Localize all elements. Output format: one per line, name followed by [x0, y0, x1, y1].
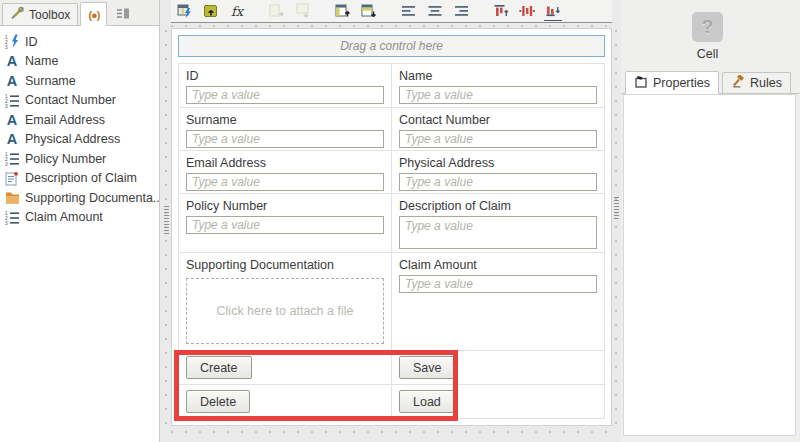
number-icon: 1 2 3 [4, 151, 20, 167]
context-browser-icon: (●) [88, 9, 99, 21]
field-item-label: Name [25, 54, 58, 68]
cell-policy-number[interactable]: Policy Number [179, 194, 392, 253]
drop-target[interactable]: Drag a control here [178, 35, 605, 57]
field-item-physical-address[interactable]: A Physical Address [2, 130, 159, 150]
insert-column-icon [268, 2, 286, 20]
generate-view-icon[interactable] [176, 2, 194, 20]
cell-save-button: Save [392, 351, 605, 385]
field-item-claim-amount[interactable]: 1 2 3 Claim Amount [2, 208, 159, 228]
field-item-id[interactable]: 1 2 3 ID [2, 32, 159, 52]
field-item-label: Physical Address [25, 132, 120, 146]
form-designer-app: Toolbox (●) 1 [0, 0, 800, 442]
load-button[interactable]: Load [399, 390, 455, 413]
cell-name[interactable]: Name [392, 64, 605, 108]
table-upload-icon[interactable] [334, 2, 352, 20]
properties-content-pane [623, 94, 796, 436]
right-splitter-grip[interactable] [614, 197, 619, 221]
cell-id[interactable]: ID [179, 64, 392, 108]
cell-load-button: Load [392, 385, 605, 419]
id-label: ID [179, 64, 391, 86]
table-download-icon[interactable] [360, 2, 378, 20]
help-glyph: ? [702, 16, 714, 38]
description-of-claim-textarea[interactable] [399, 216, 597, 249]
tab-outline-view[interactable] [109, 3, 137, 25]
tab-toolbox[interactable]: Toolbox [2, 3, 78, 25]
selected-control-type: Cell [662, 47, 753, 61]
save-button[interactable]: Save [399, 356, 456, 379]
field-item-label: Description of Claim [25, 171, 137, 185]
insert-row-icon [294, 2, 312, 20]
name-input[interactable] [399, 86, 597, 104]
tab-properties[interactable]: Properties [625, 71, 719, 94]
tab-rules-label: Rules [750, 76, 782, 90]
cell-contact-number[interactable]: Contact Number [392, 108, 605, 151]
view-upload-icon[interactable] [202, 2, 220, 20]
toolbox-icon [10, 6, 25, 23]
svg-text:3: 3 [5, 45, 8, 49]
unknown-control-icon: ? [692, 12, 723, 42]
field-item-label: Supporting Documenta... [25, 191, 159, 205]
align-top-icon[interactable] [492, 2, 510, 20]
memo-icon [4, 170, 20, 186]
tab-toolbox-label: Toolbox [29, 8, 70, 22]
field-item-surname[interactable]: A Surname [2, 71, 159, 91]
toolbox-sidebar: Toolbox (●) 1 [0, 0, 160, 442]
drop-hint-text: Drag a control here [340, 39, 443, 53]
field-item-supporting-documentation[interactable]: Supporting Documenta... [2, 188, 159, 208]
file-attachment-dropzone[interactable]: Click here to attach a file [186, 278, 384, 344]
field-item-policy-number[interactable]: 1 2 3 Policy Number [2, 149, 159, 169]
cell-email-address[interactable]: Email Address [179, 151, 392, 194]
top-grid-ticks [171, 25, 612, 27]
field-item-contact-number[interactable]: 1 2 3 Contact Number [2, 91, 159, 111]
inspector-tab-bar: Properties Rules [621, 71, 800, 94]
physical-address-input[interactable] [399, 173, 597, 191]
description-of-claim-label: Description of Claim [392, 194, 604, 216]
cell-claim-amount[interactable]: Claim Amount [392, 253, 605, 351]
designer-toolbar: fx [171, 0, 612, 23]
field-item-label: Email Address [25, 113, 105, 127]
claim-amount-label: Claim Amount [392, 253, 604, 275]
tab-context-browser[interactable]: (●) [80, 2, 107, 26]
surname-input[interactable] [186, 130, 384, 148]
distribute-horizontal-icon[interactable] [518, 2, 536, 20]
attach-hint-text: Click here to attach a file [217, 304, 354, 318]
field-item-label: ID [25, 35, 38, 49]
bottom-grid-ticks [171, 431, 618, 433]
policy-number-input[interactable] [186, 216, 384, 234]
field-item-description-of-claim[interactable]: Description of Claim [2, 169, 159, 189]
email-address-input[interactable] [186, 173, 384, 191]
cell-delete-button: Delete [179, 385, 392, 419]
cell-physical-address[interactable]: Physical Address [392, 151, 605, 194]
align-left-icon[interactable] [400, 2, 418, 20]
email-address-label: Email Address [179, 151, 391, 173]
create-button[interactable]: Create [186, 356, 252, 379]
claim-amount-input[interactable] [399, 275, 597, 293]
align-bottom-icon[interactable] [544, 1, 562, 21]
svg-text:3: 3 [5, 104, 8, 108]
field-item-email-address[interactable]: A Email Address [2, 110, 159, 130]
text-icon: A [4, 53, 20, 69]
field-item-label: Surname [25, 74, 76, 88]
right-ruler-ticks [615, 30, 617, 428]
left-splitter [161, 0, 171, 442]
left-splitter-grip[interactable] [164, 206, 169, 234]
cell-surname[interactable]: Surname [179, 108, 392, 151]
tab-rules[interactable]: Rules [722, 72, 791, 93]
field-item-name[interactable]: A Name [2, 52, 159, 72]
properties-icon [634, 75, 648, 91]
supporting-documentation-label: Supporting Documentation [179, 253, 391, 275]
field-list: 1 2 3 ID A Name A Surname 1 [0, 26, 159, 227]
delete-button[interactable]: Delete [186, 390, 250, 413]
cell-supporting-documentation[interactable]: Supporting Documentation Click here to a… [179, 253, 392, 351]
cell-description-of-claim[interactable]: Description of Claim [392, 194, 605, 253]
text-icon: A [4, 131, 20, 147]
inspector-panel: ? Cell Properties [621, 0, 800, 442]
text-icon: A [4, 112, 20, 128]
align-center-icon[interactable] [426, 2, 444, 20]
contact-number-input[interactable] [399, 130, 597, 148]
align-right-icon[interactable] [452, 2, 470, 20]
id-input[interactable] [186, 86, 384, 104]
right-splitter [612, 0, 621, 442]
expression-fx-icon[interactable]: fx [228, 2, 246, 20]
number-icon: 1 2 3 [4, 209, 20, 225]
